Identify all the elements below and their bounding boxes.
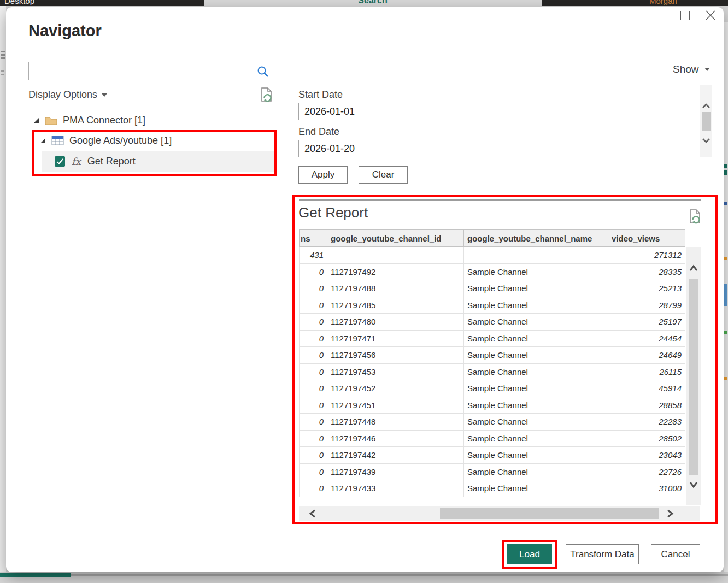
- table-row[interactable]: 01127197452Sample Channel45914: [300, 380, 685, 397]
- chevron-left-icon[interactable]: [309, 509, 316, 518]
- table-cell: 1127197471: [327, 330, 464, 347]
- table-row[interactable]: 01127197488Sample Channel25213: [300, 280, 685, 297]
- refresh-preview-button[interactable]: [688, 209, 702, 227]
- tree-item-connector[interactable]: PMA Connector [1]: [33, 113, 145, 128]
- table-row[interactable]: 01127197433Sample Channel31000: [300, 480, 685, 497]
- panel-scrollbar[interactable]: [700, 85, 712, 157]
- app-title-bar: Desktop Search Morgan: [0, 0, 728, 6]
- table-cell: 0: [300, 414, 327, 431]
- tree-item-table[interactable]: Google Ads/youtube [1]: [40, 133, 172, 148]
- table-cell: 0: [300, 347, 327, 364]
- status-bar-accent: [0, 573, 71, 577]
- table-row[interactable]: 01127197480Sample Channel25197: [300, 314, 685, 331]
- end-date-input[interactable]: [303, 142, 418, 155]
- expand-triangle-icon[interactable]: [40, 138, 46, 144]
- table-row[interactable]: 01127197439Sample Channel22726: [300, 463, 685, 480]
- app-search-bar[interactable]: Search: [204, 0, 542, 6]
- background-status-bar: [0, 572, 728, 583]
- table-cell: 1127197451: [327, 397, 464, 414]
- start-date-field[interactable]: [298, 103, 425, 120]
- transform-data-button[interactable]: Transform Data: [566, 544, 639, 564]
- chevron-down-icon[interactable]: [689, 481, 698, 488]
- check-icon: [56, 158, 63, 164]
- chevron-down-icon[interactable]: [702, 137, 711, 144]
- table-cell: 0: [300, 447, 327, 464]
- table-cell: 1127197442: [327, 447, 464, 464]
- background-ribbon-sliver: [0, 6, 6, 572]
- table-row[interactable]: 01127197456Sample Channel24649: [300, 347, 685, 364]
- table-cell: Sample Channel: [464, 480, 608, 497]
- table-row[interactable]: 01127197485Sample Channel28799: [300, 297, 685, 314]
- table-cell: 0: [300, 363, 327, 380]
- table-vertical-scrollbar[interactable]: [686, 247, 701, 505]
- chevron-right-icon[interactable]: [666, 509, 674, 518]
- column-header[interactable]: google_youtube_channel_id: [327, 230, 464, 247]
- table-cell: 28858: [608, 397, 685, 414]
- search-icon[interactable]: [257, 66, 269, 78]
- table-cell: 1127197488: [327, 280, 464, 297]
- chevron-up-icon[interactable]: [702, 103, 711, 109]
- table-cell: 1127197439: [327, 463, 464, 480]
- preview-table: ns google_youtube_channel_id google_yout…: [299, 229, 686, 497]
- scrollbar-thumb[interactable]: [440, 508, 659, 519]
- account-name-text: Morgan: [649, 0, 677, 5]
- table-cell: 0: [300, 314, 327, 331]
- chevron-up-icon[interactable]: [689, 264, 698, 272]
- table-horizontal-scrollbar[interactable]: [299, 506, 700, 521]
- table-header-row: ns google_youtube_channel_id google_yout…: [300, 230, 685, 247]
- scrollbar-thumb[interactable]: [702, 112, 711, 131]
- display-options-dropdown[interactable]: Display Options: [28, 89, 107, 101]
- table-cell: 24454: [608, 330, 685, 347]
- refresh-icon: [260, 87, 274, 103]
- status-bar-line: [71, 574, 728, 576]
- tree-search-box[interactable]: [28, 62, 273, 80]
- table-cell: 0: [300, 480, 327, 497]
- navigator-dialog: Navigator Display Options: [6, 7, 724, 572]
- table-cell: 0: [300, 330, 327, 347]
- load-button[interactable]: Load: [507, 544, 552, 564]
- table-cell: 0: [300, 263, 327, 280]
- table-cell: 28335: [608, 263, 685, 280]
- checkbox-checked[interactable]: [55, 156, 65, 167]
- table-row[interactable]: 01127197451Sample Channel28858: [300, 397, 685, 414]
- table-row[interactable]: 01127197471Sample Channel24454: [300, 330, 685, 347]
- apply-button[interactable]: Apply: [298, 166, 348, 184]
- table-row[interactable]: 01127197442Sample Channel23043: [300, 447, 685, 464]
- refresh-tree-button[interactable]: [260, 87, 274, 105]
- folder-icon: [45, 115, 57, 125]
- table-row[interactable]: 01127197492Sample Channel28335: [300, 263, 685, 280]
- start-date-input[interactable]: [303, 105, 418, 118]
- table-row[interactable]: 01127197446Sample Channel28502: [300, 430, 685, 447]
- table-cell: 22726: [608, 463, 685, 480]
- maximize-button[interactable]: [680, 11, 690, 20]
- table-row[interactable]: 01127197448Sample Channel22283: [300, 414, 685, 431]
- column-header[interactable]: google_youtube_channel_name: [464, 230, 608, 247]
- table-cell: 1127197453: [327, 363, 464, 380]
- close-icon: [704, 9, 717, 21]
- column-header[interactable]: ns: [300, 230, 327, 247]
- table-cell: Sample Channel: [464, 363, 608, 380]
- table-row[interactable]: 01127197453Sample Channel26115: [300, 363, 685, 380]
- expand-triangle-icon[interactable]: [33, 117, 39, 123]
- table-cell: Sample Channel: [464, 263, 608, 280]
- table-cell: 0: [300, 380, 327, 397]
- close-button[interactable]: [704, 9, 717, 21]
- column-header[interactable]: video_views: [608, 230, 685, 247]
- scrollbar-thumb[interactable]: [689, 279, 698, 475]
- end-date-field[interactable]: [298, 140, 425, 157]
- table-cell: 1127197446: [327, 430, 464, 447]
- preview-table-body: 43127131201127197492Sample Channel283350…: [300, 247, 685, 497]
- table-cell: 1127197433: [327, 480, 464, 497]
- tree-item-get-report[interactable]: fx Get Report: [42, 151, 274, 172]
- show-dropdown[interactable]: Show: [673, 63, 710, 75]
- refresh-icon: [688, 209, 702, 225]
- cancel-button[interactable]: Cancel: [651, 544, 700, 564]
- table-cell: 271312: [608, 247, 685, 264]
- table-cell: 0: [300, 280, 327, 297]
- table-cell: 0: [300, 463, 327, 480]
- table-cell: 26115: [608, 363, 685, 380]
- search-input[interactable]: [32, 64, 251, 78]
- table-cell: 1127197448: [327, 414, 464, 431]
- clear-button[interactable]: Clear: [359, 166, 408, 184]
- table-row[interactable]: 431271312: [300, 247, 685, 264]
